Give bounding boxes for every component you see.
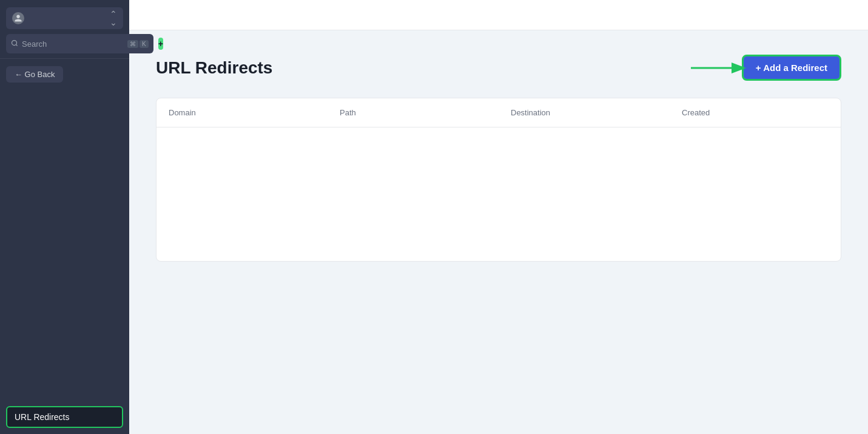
go-back-label: ← Go Back bbox=[15, 70, 55, 79]
table-container: Domain Path Destination Created bbox=[156, 98, 841, 262]
col-domain: Domain bbox=[156, 98, 328, 127]
table-header: Domain Path Destination Created bbox=[156, 98, 841, 127]
search-bar[interactable]: ⌘ K bbox=[6, 34, 153, 53]
sidebar: ⌃⌄ ⌘ K + ← Go Back URL R bbox=[0, 0, 129, 434]
cmd-badge: ⌘ bbox=[127, 40, 138, 48]
search-icon bbox=[11, 39, 18, 49]
k-badge: K bbox=[140, 40, 149, 48]
sidebar-nav: URL Redirects bbox=[0, 90, 129, 434]
table-body bbox=[156, 127, 841, 261]
account-selector[interactable]: ⌃⌄ bbox=[6, 7, 123, 29]
sidebar-go-back: ← Go Back bbox=[0, 59, 129, 90]
sidebar-top: ⌃⌄ ⌘ K + bbox=[0, 0, 129, 59]
add-redirect-label: + Add a Redirect bbox=[756, 63, 827, 73]
col-created: Created bbox=[670, 98, 841, 127]
page-title: URL Redirects bbox=[156, 58, 272, 78]
account-icon bbox=[12, 12, 24, 24]
main-header bbox=[129, 0, 868, 30]
sidebar-item-url-redirects[interactable]: URL Redirects bbox=[6, 406, 123, 428]
sidebar-item-label: URL Redirects bbox=[15, 412, 70, 422]
main-body: URL Redirects + Add a Redirect bbox=[129, 30, 868, 434]
col-path: Path bbox=[328, 98, 499, 127]
main-content: URL Redirects + Add a Redirect bbox=[129, 0, 868, 434]
search-input[interactable] bbox=[22, 39, 124, 49]
search-plus-button[interactable]: + bbox=[158, 38, 163, 50]
search-kbd: ⌘ K bbox=[127, 40, 149, 48]
add-redirect-button[interactable]: + Add a Redirect bbox=[742, 55, 841, 81]
svg-point-0 bbox=[12, 40, 17, 45]
header-right: + Add a Redirect bbox=[742, 55, 841, 81]
chevron-updown-icon: ⌃⌄ bbox=[110, 10, 117, 27]
page-header: URL Redirects + Add a Redirect bbox=[156, 55, 841, 81]
col-destination: Destination bbox=[499, 98, 670, 127]
go-back-button[interactable]: ← Go Back bbox=[6, 66, 63, 83]
